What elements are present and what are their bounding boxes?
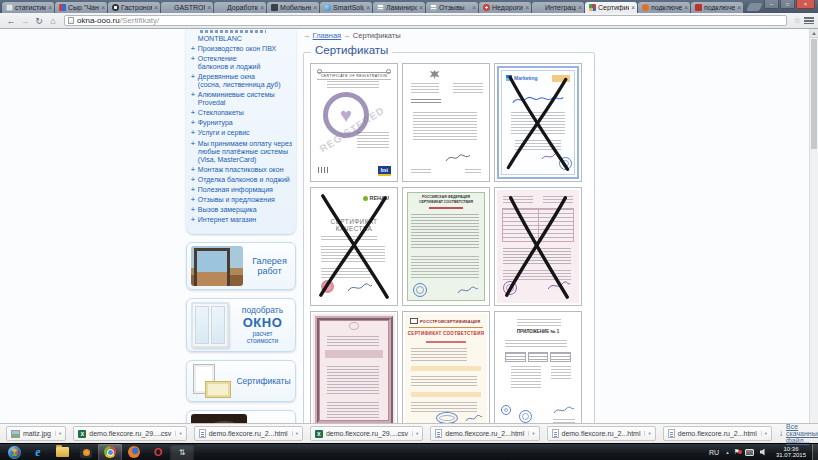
taskbar-opera-button[interactable]: O <box>146 444 170 460</box>
taskbar-firefox-button[interactable] <box>122 444 146 460</box>
browser-tab[interactable]: статистика× <box>2 2 54 13</box>
window-close-button[interactable]: × <box>796 0 815 9</box>
taskbar-ie-button[interactable]: e <box>26 444 50 460</box>
menu-item[interactable]: +Мы принимаем оплату через любые платёжн… <box>191 140 293 164</box>
certificate-letter-thumbnail[interactable] <box>405 66 487 179</box>
tab-close-icon[interactable]: × <box>311 4 319 11</box>
tab-close-icon[interactable]: × <box>152 4 160 11</box>
menu-item[interactable]: +Отзывы и предложения <box>191 196 293 204</box>
tab-close-icon[interactable]: × <box>99 4 107 11</box>
download-item[interactable]: demo.flexcore.ru_2...html▾ <box>547 426 656 441</box>
tab-close-icon[interactable]: × <box>470 4 478 11</box>
download-caret-icon[interactable]: ▾ <box>644 431 652 436</box>
browser-menu-icon[interactable] <box>804 17 814 25</box>
menu-item[interactable]: +Полезная информация <box>191 186 293 194</box>
menu-item[interactable]: +MONTBLANC <box>191 35 293 43</box>
start-button[interactable] <box>2 444 26 460</box>
breadcrumb-home-link[interactable]: Главная <box>313 31 342 40</box>
browser-tab[interactable]: Интеграции× <box>532 2 584 13</box>
refresh-button[interactable]: ↻ <box>32 14 46 28</box>
download-caret-icon[interactable]: ▾ <box>175 431 183 436</box>
tab-close-icon[interactable]: × <box>682 4 690 11</box>
back-button[interactable]: ← <box>4 14 18 28</box>
browser-tab[interactable]: Доработки× <box>214 2 266 13</box>
browser-tab[interactable]: Ламиниров× <box>373 2 425 13</box>
bookmark-star-icon[interactable]: ☆ <box>794 16 801 25</box>
tab-close-icon[interactable]: × <box>523 4 531 11</box>
action-center-flag-icon[interactable]: ⚑ <box>732 448 742 456</box>
download-item[interactable]: demo.flexcore.ru_2...html▾ <box>663 426 772 441</box>
download-caret-icon[interactable]: ▾ <box>412 431 420 436</box>
clock[interactable]: 10:36 31.07.2015 <box>770 446 812 459</box>
browser-tab[interactable]: подключени× <box>638 2 690 13</box>
download-item[interactable]: demo.flexcore.ru_29....csv▾ <box>310 426 423 441</box>
scrollbar-thumb[interactable] <box>811 39 817 149</box>
menu-item[interactable]: +Стеклопакеты <box>191 109 293 117</box>
download-item[interactable]: demo.flexcore.ru_2...html▾ <box>430 426 539 441</box>
certificate-crossed-pink-thumbnail[interactable] <box>497 190 579 303</box>
certificate-green-gost-thumbnail[interactable]: РОССИЙСКАЯ ФЕДЕРАЦИЯ СЕРТИФИКАТ СООТВЕТС… <box>405 190 487 303</box>
forward-button[interactable]: → <box>18 14 32 28</box>
address-bar[interactable]: okna-ooo.ru/Sertifikaty/ <box>64 15 787 26</box>
tab-close-icon[interactable]: × <box>417 4 425 11</box>
tab-close-icon[interactable]: × <box>735 4 743 11</box>
language-indicator[interactable]: RU <box>705 449 723 456</box>
new-tab-button[interactable] <box>746 3 763 11</box>
browser-tab[interactable]: подключени× <box>691 2 743 13</box>
taskbar-chrome-button[interactable] <box>98 444 122 460</box>
tray-expand-icon[interactable]: ▴ <box>723 449 732 455</box>
taskbar-media-player-button[interactable] <box>74 444 98 460</box>
certificate-appendix-thumbnail[interactable]: ПРИЛОЖЕНИЕ № 1 <box>497 314 579 423</box>
menu-item[interactable]: +Фурнитура <box>191 119 293 127</box>
download-caret-icon[interactable]: ▾ <box>55 431 63 436</box>
window-minimize-button[interactable]: – <box>764 0 779 9</box>
taskbar-explorer-button[interactable] <box>50 444 74 460</box>
browser-tab[interactable]: GASTRONOM× <box>161 2 213 13</box>
download-item[interactable]: demo.flexcore.ru_29....csv▾ <box>73 426 186 441</box>
browser-tab-active[interactable]: Сертификат× <box>585 2 637 13</box>
menu-item[interactable]: +Алюминиевые системы Provedal <box>191 91 293 107</box>
menu-item[interactable]: +Деревянные окна (сосна, лиственница дуб… <box>191 73 293 89</box>
download-item[interactable]: demo.flexcore.ru_2...html▾ <box>194 426 303 441</box>
speaker-icon[interactable] <box>760 449 767 456</box>
download-caret-icon[interactable]: ▾ <box>292 431 300 436</box>
scrollbar-up-arrow[interactable] <box>810 29 818 38</box>
window-calculator-widget[interactable]: подобрать ОКНО расчет стоимости <box>186 298 296 352</box>
download-caret-icon[interactable]: ▾ <box>528 431 536 436</box>
download-item[interactable]: matiz.jpg▾ <box>6 426 66 441</box>
menu-item[interactable]: +Монтаж пластиковых окон <box>191 166 293 174</box>
tab-close-icon[interactable]: × <box>205 4 213 11</box>
taskbar-transfer-button[interactable]: ⇅ <box>170 444 194 460</box>
certificate-crossed-blue-thumbnail[interactable]: Marketing <box>497 66 579 179</box>
browser-tab[interactable]: Гастрономи× <box>108 2 160 13</box>
certificate-rehau-quality-thumbnail[interactable]: REHAU СЕРТИФИКАТ КАЧЕСТВА <box>313 190 395 303</box>
menu-item[interactable]: +Остекление балконов и лоджий <box>191 55 293 71</box>
page-scrollbar[interactable] <box>809 29 818 423</box>
browser-tab[interactable]: Сыр "Чанах"× <box>55 2 107 13</box>
menu-item[interactable]: +Вызов замерщика <box>191 206 293 214</box>
certificates-widget[interactable]: Сертификаты <box>186 360 296 402</box>
certificate-bsi-thumbnail[interactable]: CERTIFICATE OF REGISTRATION ♥ REGISTERED… <box>313 66 395 179</box>
download-caret-icon[interactable]: ▾ <box>761 431 769 436</box>
gallery-widget[interactable]: Галереяработ <box>186 242 296 290</box>
menu-item[interactable]: +Интернет магазин <box>191 216 293 224</box>
tab-close-icon[interactable]: × <box>364 4 372 11</box>
online-consultant-widget[interactable]: ONLINE <box>186 410 296 423</box>
browser-tab[interactable]: Недорогие× <box>479 2 531 13</box>
menu-item[interactable]: +Отделка балконов и лоджий <box>191 176 293 184</box>
tab-close-icon[interactable]: × <box>629 4 637 11</box>
menu-item[interactable]: +Услуги и сервис <box>191 129 293 137</box>
menu-item[interactable]: +Производство окон ПВХ <box>191 45 293 53</box>
certificate-rosstroy-thumbnail[interactable]: РОССТРОЙСЕРТИФИКАЦИЯ СЕРТИФИКАТ СООТВЕТС… <box>405 314 487 423</box>
home-button[interactable]: ⌂ <box>46 14 60 28</box>
browser-tab[interactable]: SmartSoluti× <box>320 2 372 13</box>
tab-close-icon[interactable]: × <box>576 4 584 11</box>
window-maximize-button[interactable]: □ <box>780 0 795 9</box>
show-desktop-button[interactable] <box>812 444 818 460</box>
browser-tab[interactable]: Отзывы× <box>426 2 478 13</box>
browser-tab[interactable]: Мобильный× <box>267 2 319 13</box>
show-all-downloads-link[interactable]: Все скачанные файл... <box>786 423 818 444</box>
certificate-sanitary-thumbnail[interactable] <box>313 314 395 423</box>
network-icon[interactable] <box>745 449 754 456</box>
tab-close-icon[interactable]: × <box>258 4 266 11</box>
